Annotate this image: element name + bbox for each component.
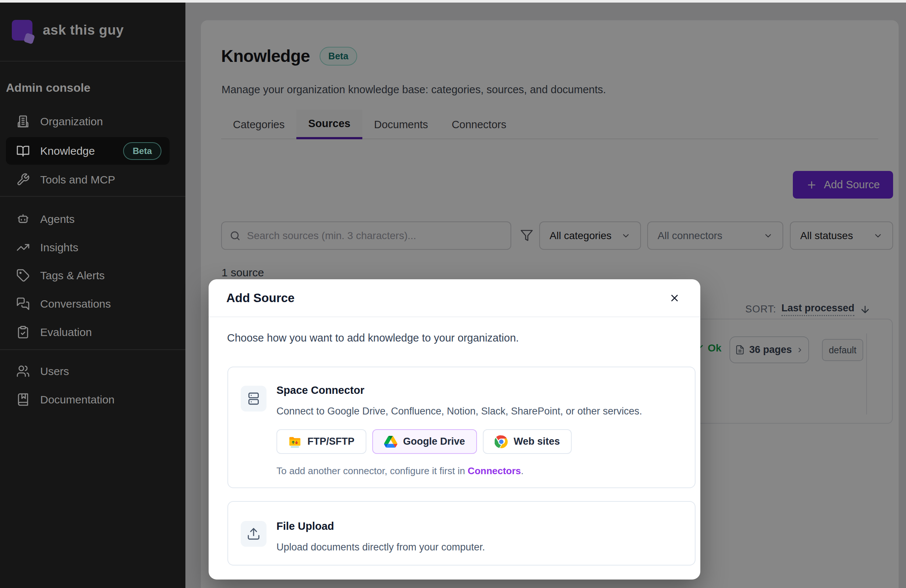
ftp-folder-icon bbox=[288, 435, 301, 448]
google-drive-button[interactable]: Google Drive bbox=[372, 429, 477, 454]
file-upload-description: Upload documents directly from your comp… bbox=[276, 542, 485, 553]
space-connector-icon-box bbox=[241, 386, 266, 411]
book-marked-icon bbox=[16, 393, 30, 406]
modal-header: Add Source bbox=[209, 279, 700, 317]
building-icon bbox=[16, 115, 30, 128]
sidebar-item-conversations[interactable]: Conversations bbox=[6, 290, 169, 317]
sidebar: ask this guy Admin console Organization … bbox=[0, 0, 185, 588]
space-connector-title: Space Connector bbox=[276, 384, 365, 397]
add-source-modal: Add Source Choose how you want to add kn… bbox=[209, 279, 700, 580]
sidebar-item-label: Tags & Alerts bbox=[40, 269, 105, 282]
clipboard-check-icon bbox=[16, 325, 30, 339]
sidebar-divider bbox=[0, 196, 185, 197]
sidebar-item-label: Insights bbox=[40, 241, 78, 254]
close-button[interactable] bbox=[667, 290, 683, 306]
sidebar-item-insights[interactable]: Insights bbox=[6, 234, 169, 261]
messages-icon bbox=[16, 297, 30, 311]
modal-intro-text: Choose how you want to add knowledge to … bbox=[227, 332, 519, 344]
file-upload-card[interactable]: File Upload Upload documents directly fr… bbox=[227, 501, 695, 566]
connector-note: To add another connector, configure it f… bbox=[276, 465, 524, 477]
trending-up-icon bbox=[16, 241, 30, 254]
sidebar-item-tags-alerts[interactable]: Tags & Alerts bbox=[6, 261, 169, 289]
web-sites-button[interactable]: Web sites bbox=[483, 429, 572, 454]
google-drive-icon bbox=[384, 435, 397, 448]
robot-icon bbox=[16, 212, 30, 226]
sidebar-item-label: Knowledge bbox=[40, 145, 95, 157]
sidebar-divider bbox=[0, 349, 185, 350]
close-icon bbox=[669, 293, 680, 304]
file-upload-title: File Upload bbox=[276, 520, 334, 532]
book-open-icon bbox=[16, 144, 30, 158]
space-connector-description: Connect to Google Drive, Confluence, Not… bbox=[276, 406, 642, 417]
tag-icon bbox=[16, 269, 30, 282]
sidebar-item-label: Documentation bbox=[40, 394, 115, 406]
sidebar-section-title: Admin console bbox=[6, 81, 90, 95]
sidebar-item-documentation[interactable]: Documentation bbox=[6, 386, 169, 413]
modal-title: Add Source bbox=[226, 291, 295, 305]
beta-badge: Beta bbox=[123, 142, 161, 160]
upload-icon bbox=[247, 527, 261, 541]
brand: ask this guy bbox=[12, 18, 124, 42]
sidebar-item-evaluation[interactable]: Evaluation bbox=[6, 318, 169, 346]
connectors-link[interactable]: Connectors bbox=[468, 465, 521, 476]
sidebar-item-agents[interactable]: Agents bbox=[6, 205, 169, 233]
sidebar-item-label: Organization bbox=[40, 115, 103, 128]
sidebar-item-label: Evaluation bbox=[40, 326, 92, 339]
ftp-sftp-button[interactable]: FTP/SFTP bbox=[276, 429, 366, 454]
brand-name: ask this guy bbox=[43, 22, 124, 38]
sidebar-item-organization[interactable]: Organization bbox=[6, 108, 169, 135]
chrome-icon bbox=[494, 435, 508, 448]
sidebar-item-users[interactable]: Users bbox=[6, 357, 169, 385]
users-icon bbox=[16, 364, 30, 378]
window-top-edge bbox=[0, 0, 906, 3]
sidebar-item-label: Users bbox=[40, 365, 69, 378]
wrench-icon bbox=[16, 173, 30, 186]
space-connector-card: Space Connector Connect to Google Drive,… bbox=[227, 367, 695, 488]
sidebar-item-label: Agents bbox=[40, 213, 75, 225]
brand-logo-icon bbox=[12, 18, 34, 42]
file-upload-icon-box bbox=[241, 521, 266, 547]
connector-buttons: FTP/SFTP Google Drive Web sites bbox=[276, 429, 572, 454]
sidebar-item-knowledge[interactable]: Knowledge Beta bbox=[6, 137, 169, 165]
sidebar-item-tools-and-mcp[interactable]: Tools and MCP bbox=[6, 166, 169, 193]
server-stack-icon bbox=[247, 392, 261, 406]
sidebar-item-label: Tools and MCP bbox=[40, 174, 115, 186]
sidebar-divider bbox=[0, 61, 185, 62]
sidebar-item-label: Conversations bbox=[40, 298, 111, 310]
